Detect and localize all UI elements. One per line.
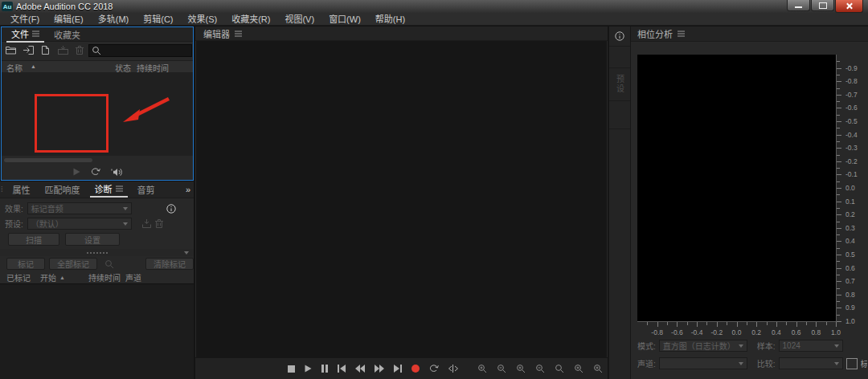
loop-playback-icon[interactable] <box>91 168 100 176</box>
tab-overflow-icon[interactable]: » <box>186 185 190 194</box>
y-tick-label: -0.5 <box>845 117 858 125</box>
tick <box>837 115 840 116</box>
horizontal-scrollbar[interactable] <box>4 158 92 162</box>
menu-item[interactable]: 收藏夹(R) <box>224 13 277 26</box>
menu-item[interactable]: 文件(F) <box>3 13 47 26</box>
scan-button[interactable]: 扫描 <box>8 233 59 246</box>
search-box[interactable] <box>88 44 192 57</box>
fast-forward-button[interactable] <box>375 365 384 373</box>
compare-dropdown[interactable] <box>779 357 843 369</box>
mark-all-button[interactable]: 全部标记 <box>49 258 97 270</box>
close-button[interactable] <box>835 0 863 13</box>
strip-cell-preset[interactable]: 预设 <box>609 68 630 101</box>
effect-dropdown[interactable]: 标记音频 <box>27 202 132 214</box>
marker-list[interactable] <box>0 283 194 379</box>
column-duration[interactable]: 持续时间 <box>88 271 121 283</box>
x-tick-label: -0.8 <box>651 328 663 336</box>
y-tick-label: 0.0 <box>845 184 855 192</box>
strip-cell[interactable] <box>609 101 630 129</box>
zoom-out-point-button[interactable] <box>593 364 603 373</box>
column-marked[interactable]: 已标记 <box>6 271 31 283</box>
mark-button[interactable]: 标记 <box>6 258 45 270</box>
x-tick-label: 0.8 <box>811 328 821 336</box>
tab-match-loudness[interactable]: 匹配响度 <box>40 182 85 197</box>
clear-marks-button[interactable]: 清除标记 <box>145 258 194 270</box>
strip-cell[interactable] <box>609 47 630 68</box>
tick <box>837 88 840 89</box>
y-tick-label: -0.1 <box>845 170 858 178</box>
record-button[interactable] <box>411 365 420 373</box>
channel-dropdown[interactable] <box>659 357 747 369</box>
go-to-previous-button[interactable] <box>338 365 346 373</box>
open-file-icon[interactable] <box>6 46 16 55</box>
strip-info-cell[interactable] <box>609 26 630 47</box>
go-to-next-button[interactable] <box>394 365 402 373</box>
menu-item[interactable]: 帮助(H) <box>368 13 412 26</box>
x-tick-label: 0.2 <box>751 328 761 336</box>
tick <box>756 322 757 327</box>
loop-playback-button[interactable] <box>429 365 439 373</box>
panel-menu-icon[interactable] <box>32 31 39 37</box>
column-channel[interactable]: 声道 <box>125 271 141 283</box>
menu-item[interactable]: 剪辑(C) <box>136 13 180 26</box>
normalize-label: 标 <box>861 357 867 369</box>
column-start[interactable]: 开始 <box>40 271 56 283</box>
auto-play-icon[interactable] <box>111 168 122 177</box>
panel-menu-icon[interactable] <box>235 31 242 37</box>
files-preview-transport <box>2 164 193 180</box>
menu-item[interactable]: 多轨(M) <box>91 13 137 26</box>
zoom-in-button[interactable] <box>477 364 487 373</box>
preset-row: 预设: （默认） <box>0 218 199 230</box>
menu-item[interactable]: 窗口(W) <box>321 13 368 26</box>
editor-canvas[interactable] <box>196 41 607 365</box>
tab-properties[interactable]: 属性 <box>8 182 35 197</box>
play-button[interactable] <box>305 365 312 373</box>
new-file-icon[interactable] <box>41 46 51 55</box>
menu-item[interactable]: 编辑(E) <box>47 13 91 26</box>
title-bar: Au Adobe Audition CC 2018 <box>0 0 868 13</box>
y-tick-label: -0.7 <box>845 91 858 99</box>
zoom-out-time-button[interactable] <box>535 364 545 373</box>
settings-button[interactable]: 设置 <box>65 233 120 246</box>
save-preset-icon[interactable] <box>142 219 151 228</box>
rewind-button[interactable] <box>355 365 365 373</box>
stop-button[interactable] <box>288 365 295 373</box>
tab-favorites[interactable]: 收藏夹 <box>49 27 85 42</box>
phase-graph[interactable] <box>637 55 836 321</box>
info-icon[interactable] <box>166 204 176 214</box>
files-toolbar <box>2 42 193 58</box>
y-tick-label: -0.6 <box>845 104 858 112</box>
tab-files[interactable]: 文件 <box>6 26 44 43</box>
play-icon[interactable] <box>73 168 80 176</box>
delete-preset-icon[interactable] <box>155 219 163 228</box>
panel-menu-icon[interactable] <box>678 31 685 37</box>
menu-item[interactable]: 效果(S) <box>181 13 225 26</box>
mode-dropdown[interactable]: 直方图（日志计数） <box>659 340 747 352</box>
splitter-handle[interactable] <box>0 249 194 256</box>
minimize-button[interactable] <box>787 0 810 11</box>
preset-dropdown[interactable]: （默认） <box>27 218 132 230</box>
phase-controls-row1: 模式: 直方图（日志计数） 样本: 1024 <box>637 340 868 352</box>
phase-panel-header: 相位分析 <box>631 26 868 42</box>
menu-item[interactable]: 视图(V) <box>277 13 321 26</box>
panel-menu-icon[interactable] <box>116 185 123 192</box>
zoom-out-button[interactable] <box>497 364 506 373</box>
maximize-button[interactable] <box>811 0 834 11</box>
tab-match-loudness-label: 匹配响度 <box>45 183 80 196</box>
tick <box>747 322 747 325</box>
tab-diagnostics[interactable]: 诊断 <box>90 181 128 198</box>
diagnostics-panel: ⁞ 属性 匹配响度 诊断 音剪 » 效果: 标记音频 预设: （默认） 扫描 设… <box>0 181 194 379</box>
search-icon[interactable] <box>104 259 114 269</box>
normalize-checkbox[interactable] <box>846 358 858 369</box>
marker-buttons-row: 标记 全部标记 清除标记 <box>0 258 200 270</box>
pause-button[interactable] <box>321 365 328 373</box>
zoom-reset-button[interactable] <box>555 364 564 373</box>
samples-dropdown[interactable]: 1024 <box>779 340 843 352</box>
skip-selection-button[interactable] <box>448 365 458 373</box>
zoom-in-point-button[interactable] <box>574 364 583 373</box>
tick <box>697 322 698 327</box>
import-file-icon[interactable] <box>23 46 34 55</box>
zoom-in-time-button[interactable] <box>516 364 526 373</box>
tab-clipped[interactable]: 音剪 <box>133 182 160 197</box>
tab-favorites-label: 收藏夹 <box>54 28 80 41</box>
